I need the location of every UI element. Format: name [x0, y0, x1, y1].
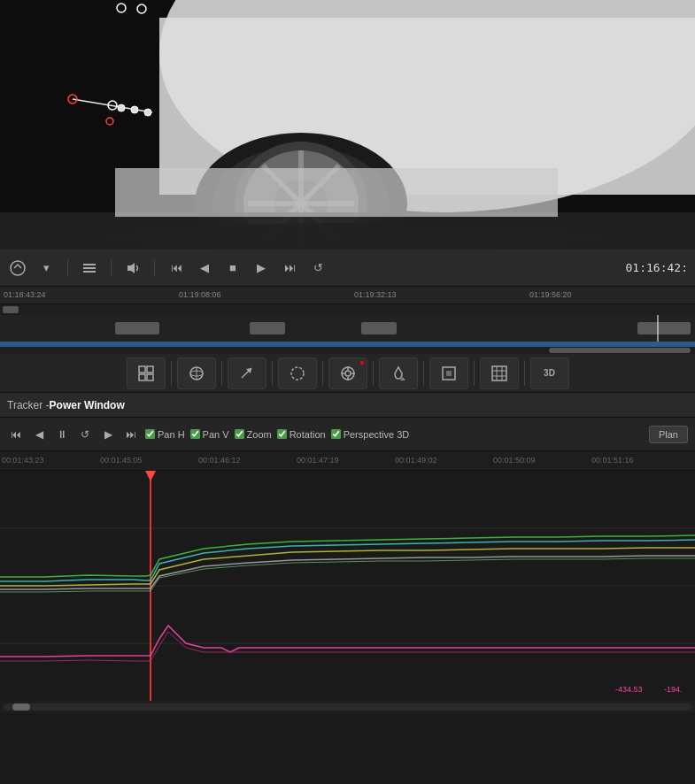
pan-v-checkbox[interactable] [190, 429, 200, 439]
scrollbar-handle[interactable] [12, 703, 30, 711]
toolbar-icons: 3D [0, 354, 695, 393]
loop-button[interactable]: ↺ [307, 257, 328, 279]
svg-rect-14 [115, 168, 558, 217]
pan-h-checkbox-label[interactable]: Pan H [145, 429, 185, 440]
perspective-checkbox[interactable] [331, 429, 341, 439]
toolbar-sep-3 [272, 361, 273, 386]
svg-rect-26 [83, 267, 96, 269]
clip-block-1 [115, 322, 159, 334]
tracker-ruler-7: 00:01:51:16 [591, 456, 634, 465]
svg-rect-30 [147, 366, 153, 373]
target-icon-btn[interactable] [328, 357, 367, 389]
svg-point-40 [345, 371, 351, 376]
clip-track[interactable] [0, 315, 695, 342]
pan-v-checkbox-label[interactable]: Pan V [190, 429, 229, 440]
timecode-display: 01:16:42: [626, 261, 688, 274]
tracker-ruler-5: 00:01:49:02 [395, 456, 437, 465]
svg-rect-13 [0, 212, 695, 250]
motion-icon[interactable] [7, 257, 28, 279]
tracker-ruler: 00:01:43:23 00:01:45:05 00:01:46:12 00:0… [0, 451, 695, 471]
progress-thumb[interactable] [3, 306, 19, 313]
perspective-label: Perspective 3D [344, 429, 410, 440]
pan-v-label: Pan V [203, 429, 229, 440]
tracker-subtitle: Power Window [50, 399, 125, 411]
toolbar-sep-2 [221, 361, 222, 386]
separator [67, 259, 68, 277]
zoom-checkbox[interactable] [235, 429, 244, 439]
tracker-pause-button[interactable]: ⏸ [53, 426, 71, 443]
separator2 [111, 259, 112, 277]
tracker-title: Tracker - [7, 399, 50, 411]
svg-text:-194.: -194. [664, 685, 683, 694]
ruler-mark-4: 01:19:56:20 [529, 290, 572, 299]
plan-button[interactable]: Plan [649, 426, 688, 443]
svg-rect-47 [446, 371, 452, 376]
tracker-ruler-2: 00:01:45:05 [100, 456, 143, 465]
timeline-ruler: 01:18:43:24 01:19:08:06 01:19:32:13 01:1… [0, 287, 695, 304]
arrow-icon-btn[interactable] [228, 357, 266, 389]
audio-icon[interactable] [122, 257, 143, 279]
tracker-ruler-3: 00:01:46:12 [198, 456, 241, 465]
tracker-skip-start-button[interactable]: ⏮ [7, 426, 25, 443]
progress-area[interactable] [0, 304, 695, 315]
clip-block-3 [361, 322, 397, 334]
zoom-label: Zoom [247, 429, 272, 440]
svg-point-20 [144, 109, 151, 116]
timeline-playhead [657, 315, 659, 342]
bottom-scrollbar[interactable] [0, 701, 695, 713]
svg-marker-28 [127, 263, 135, 273]
toolbar-sep-8 [524, 361, 525, 386]
perspective-checkbox-label[interactable]: Perspective 3D [331, 429, 410, 440]
zoom-checkbox-label[interactable]: Zoom [235, 429, 272, 440]
3d-icon-btn[interactable]: 3D [530, 357, 569, 389]
drop-icon-btn[interactable] [379, 357, 418, 389]
svg-point-19 [131, 106, 138, 113]
circle-select-icon-btn[interactable] [278, 357, 317, 389]
tracker-ruler-6: 00:01:50:09 [493, 456, 536, 465]
rotation-checkbox-label[interactable]: Rotation [277, 429, 326, 440]
ruler-mark-1: 01:18:43:24 [4, 290, 46, 299]
ruler-mark-3: 01:19:32:13 [354, 290, 397, 299]
clip-scrollbar[interactable] [0, 347, 695, 354]
svg-rect-27 [83, 271, 96, 273]
tracker-ruler-4: 00:01:47:19 [297, 456, 339, 465]
toolbar-sep-5 [373, 361, 374, 386]
tracker-play-back-button[interactable]: ◀ [30, 426, 48, 443]
skip-to-end-button[interactable]: ⏭ [279, 257, 300, 279]
play-button[interactable]: ▶ [251, 257, 272, 279]
tracker-header: Tracker - Power Window [0, 393, 695, 418]
skip-to-start-button[interactable]: ⏮ [166, 257, 187, 279]
scrollbar-track[interactable] [4, 703, 691, 711]
toolbar-sep-4 [322, 361, 323, 386]
svg-rect-31 [139, 374, 145, 380]
square-icon-btn[interactable] [429, 357, 468, 389]
tracker-skip-end-button[interactable]: ⏭ [122, 426, 140, 443]
grid-icon-btn[interactable] [127, 357, 166, 389]
toolbar-sep-7 [474, 361, 475, 386]
play-back-button[interactable]: ◀ [194, 257, 215, 279]
clip-block-2 [250, 322, 285, 334]
dropdown-arrow[interactable]: ▾ [35, 257, 57, 279]
toolbar-sep-1 [171, 361, 172, 386]
svg-rect-29 [139, 366, 145, 373]
layers-icon[interactable] [79, 257, 100, 279]
pan-h-label: Pan H [158, 429, 185, 440]
scrollbar-thumb[interactable] [549, 348, 691, 353]
svg-rect-48 [492, 366, 506, 380]
tracker-play-button[interactable]: ▶ [99, 426, 117, 443]
svg-rect-32 [147, 374, 153, 380]
separator3 [154, 259, 155, 277]
pan-h-checkbox[interactable] [145, 429, 155, 439]
svg-point-24 [11, 261, 25, 275]
svg-point-18 [118, 104, 125, 111]
tracker-controls: ⏮ ◀ ⏸ ↺ ▶ ⏭ Pan H Pan V Zoom Rotation Pe… [0, 418, 695, 451]
grid2-icon-btn[interactable] [480, 357, 519, 389]
tracker-ruler-1: 00:01:43:23 [2, 456, 44, 465]
svg-rect-25 [83, 264, 96, 265]
rotation-checkbox[interactable] [277, 429, 287, 439]
rotation-label: Rotation [290, 429, 326, 440]
sphere-icon-btn[interactable] [177, 357, 216, 389]
stop-button[interactable]: ■ [222, 257, 243, 279]
tracker-loop-button[interactable]: ↺ [76, 426, 94, 443]
ruler-mark-2: 01:19:08:06 [179, 290, 221, 299]
